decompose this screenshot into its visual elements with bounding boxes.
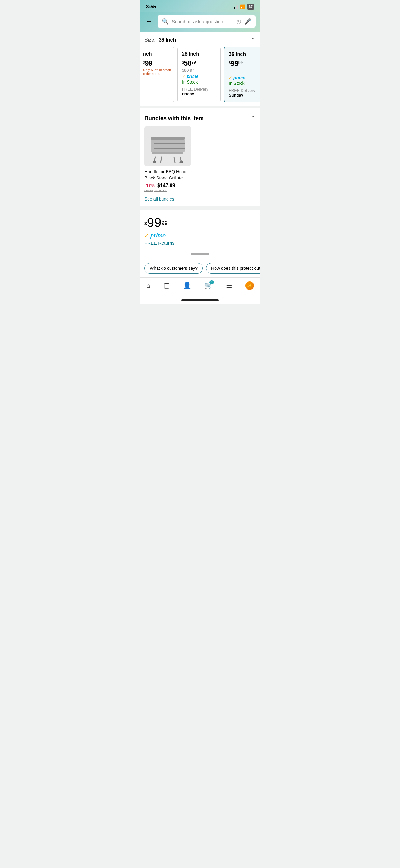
bundles-chevron-icon[interactable]: ⌃: [251, 115, 256, 122]
product-content: Size: 36 Inch ⌃ nch $99 Only 5 left in s…: [139, 32, 261, 277]
cart-count-badge: 0: [209, 280, 214, 284]
microphone-icon[interactable]: 🎤: [244, 18, 251, 25]
partial-size-title: nch: [143, 51, 171, 57]
nav-bookmark[interactable]: ▢: [163, 282, 170, 290]
size-28-stock: In Stock: [182, 80, 216, 85]
size-header: Size: 36 Inch ⌃: [139, 32, 261, 46]
svg-line-1: [161, 157, 162, 163]
bundles-title: Bundles with this item: [144, 115, 204, 122]
battery-indicator: 67: [247, 4, 254, 10]
search-area: ← 🔍 Search or ask a question ◴ 🎤: [139, 12, 261, 32]
nav-home[interactable]: ⌂: [146, 282, 150, 290]
size-28-title: 28 Inch: [182, 51, 216, 57]
size-28-delivery-day: Friday: [182, 92, 216, 96]
bundle-price: $147.99: [157, 183, 175, 188]
signal-icon: [233, 5, 238, 9]
nav-ai[interactable]: ✨: [245, 281, 254, 290]
bundle-image: [144, 126, 191, 166]
bottom-nav: ⌂ ▢ 👤 🛒 0 ☰ ✨: [139, 277, 261, 296]
main-prime-badge: ✓ prime: [144, 232, 256, 239]
bundle-item-title: Handle for BBQ Hood Black Stone Grill Ac…: [144, 169, 194, 181]
status-bar: 3:55 📶 67: [139, 0, 261, 12]
size-cards-container: nch $99 Only 5 left in stockorder soon. …: [139, 46, 261, 108]
bundles-header: Bundles with this item ⌃: [144, 115, 256, 122]
status-time: 3:55: [146, 4, 156, 10]
size-36-prime: ✓ prime: [229, 75, 261, 80]
main-price-display: $9999: [144, 215, 256, 230]
main-prime-check-icon: ✓: [144, 233, 148, 239]
wifi-icon: 📶: [240, 4, 245, 9]
bottom-chips-container: What do customers say? How does this pro…: [139, 259, 261, 277]
nav-cart[interactable]: 🛒 0: [204, 282, 213, 290]
status-icons: 📶 67: [233, 4, 254, 10]
svg-point-12: [179, 161, 182, 163]
prime-label-2: prime: [233, 75, 245, 80]
prime-label: prime: [187, 74, 198, 79]
nav-profile[interactable]: 👤: [183, 282, 191, 290]
free-returns-label: FREE Returns: [144, 240, 256, 246]
size-card-36[interactable]: 36 Inch $9999 ✓ prime In Stock FREE Deli…: [224, 46, 261, 102]
size-36-title: 36 Inch: [229, 52, 261, 57]
svg-point-11: [153, 161, 156, 163]
svg-rect-10: [151, 136, 185, 140]
size-36-delivery-day: Sunday: [229, 93, 261, 97]
bundles-section: Bundles with this item ⌃: [139, 110, 261, 202]
search-box[interactable]: 🔍 Search or ask a question ◴ 🎤: [158, 15, 256, 28]
size-card-28[interactable]: 28 Inch $5899 $80.97 ✓ prime In Stock FR…: [177, 46, 221, 102]
camera-icon[interactable]: ◴: [236, 18, 241, 25]
profile-icon: 👤: [183, 282, 191, 290]
main-prime-label: prime: [151, 232, 166, 239]
bundle-was-price: Was: $179.98: [144, 189, 194, 193]
back-button[interactable]: ←: [144, 16, 154, 27]
scroll-handle: [191, 253, 209, 254]
size-28-delivery-label: FREE Delivery: [182, 87, 216, 92]
size-28-prime: ✓ prime: [182, 74, 216, 79]
menu-icon: ☰: [226, 282, 232, 290]
chip-customers-say[interactable]: What do customers say?: [144, 263, 203, 274]
home-icon: ⌂: [146, 282, 150, 290]
size-28-price: $5899: [182, 59, 216, 67]
main-price-section: $9999 ✓ prime FREE Returns: [139, 208, 261, 249]
size-36-stock: In Stock: [229, 81, 261, 86]
size-36-delivery-label: FREE Delivery: [229, 88, 261, 93]
size-28-orig-price: $80.97: [182, 68, 216, 73]
svg-rect-5: [151, 138, 185, 152]
ai-button[interactable]: ✨: [245, 281, 254, 290]
size-card-partial[interactable]: nch $99 Only 5 left in stockorder soon.: [139, 46, 174, 102]
bundle-discount: -17%: [144, 183, 155, 188]
prime-check-icon-2: ✓: [229, 75, 232, 80]
chip-protect-outdoor[interactable]: How does this protect outdoor: [206, 263, 261, 274]
search-icon: 🔍: [162, 18, 169, 25]
home-indicator: [181, 299, 219, 301]
size-label: Size: 36 Inch: [144, 37, 176, 43]
prime-check-icon: ✓: [182, 74, 186, 79]
size-36-price: $9999: [229, 60, 261, 68]
bundle-price-line: -17% $147.99: [144, 183, 194, 188]
partial-price: $99: [143, 59, 171, 67]
size-value: 36 Inch: [159, 37, 176, 42]
nav-menu[interactable]: ☰: [226, 282, 232, 290]
see-all-bundles-link[interactable]: See all bundles: [144, 196, 256, 202]
ai-icon: ✨: [247, 283, 252, 288]
bookmark-icon: ▢: [163, 282, 170, 290]
home-indicator-container: [139, 296, 261, 304]
search-input[interactable]: Search or ask a question: [172, 19, 233, 24]
search-extra-icons: ◴ 🎤: [236, 18, 251, 25]
svg-line-2: [174, 157, 175, 163]
partial-stock-warn: Only 5 left in stockorder soon.: [143, 68, 171, 75]
bundle-item[interactable]: Handle for BBQ Hood Black Stone Grill Ac…: [144, 126, 194, 193]
scroll-indicator-container: [139, 249, 261, 259]
size-chevron-up-icon[interactable]: ⌃: [251, 37, 256, 43]
